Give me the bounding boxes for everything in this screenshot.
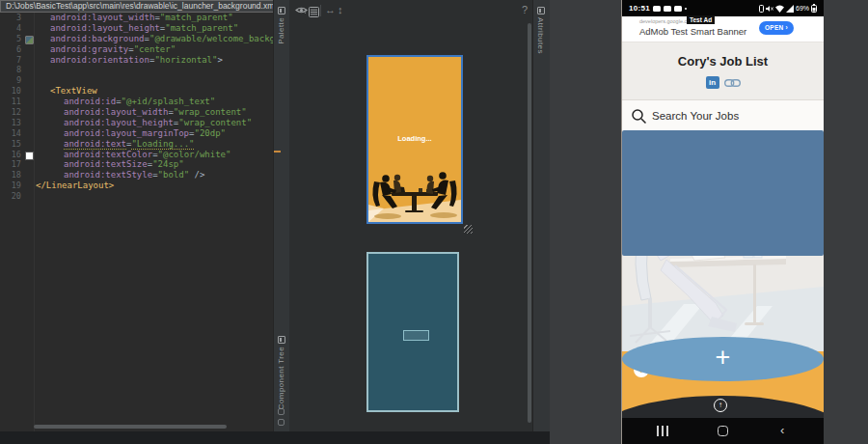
xml-code-editor[interactable]: 3android:layout_width="match_parent"4and…	[0, 0, 273, 431]
palette-tab[interactable]: Palette	[277, 4, 285, 44]
code-token: android:layout_width	[64, 107, 168, 117]
swap-horizontal-icon[interactable]: ↔	[325, 3, 336, 16]
search-icon	[631, 108, 647, 125]
code-line[interactable]: 5android:background="@drawable/welcome_b…	[0, 34, 273, 44]
line-number: 13	[0, 118, 25, 128]
search-bar[interactable]: Search Your Jobs	[622, 99, 824, 133]
mute-icon	[766, 5, 773, 13]
code-line[interactable]: 13android:layout_height="wrap_content"	[0, 118, 273, 128]
code-token: "@color/white"	[158, 150, 231, 159]
code-token: android:textColor	[64, 150, 152, 159]
gutter	[25, 159, 34, 170]
file-path-tooltip: D:\Jobs\BasicTest\app\src\main\res\drawa…	[0, 0, 273, 13]
gutter	[25, 139, 34, 150]
code-line[interactable]: 18android:textStyle="bold" />	[0, 170, 273, 180]
right-tool-strip	[532, 0, 550, 431]
code-line[interactable]: 15android:text="Loading..."	[0, 139, 273, 150]
code-token: android:textSize	[64, 159, 148, 169]
signal-icon	[786, 5, 794, 13]
line-number: 5	[0, 34, 25, 44]
editor-horizontal-scrollbar[interactable]	[34, 425, 227, 429]
preview-resize-handle[interactable]	[464, 225, 473, 234]
code-token: android:layout_height	[64, 118, 174, 127]
recents-button[interactable]	[657, 426, 668, 436]
code-line[interactable]: 11android:id="@+id/splash_text"	[0, 97, 273, 107]
code-token: "@+id/splash_text"	[122, 97, 216, 106]
code-line[interactable]: 19</LinearLayout>	[0, 180, 273, 191]
code-token: "wrap_content"	[174, 107, 247, 117]
line-number: 6	[0, 44, 25, 55]
warning-stripe-mark[interactable]	[274, 151, 281, 153]
line-number: 17	[0, 159, 25, 170]
help-icon[interactable]: ?	[522, 3, 528, 16]
code-token: "bold"	[158, 170, 190, 180]
swipe-up-icon[interactable]: ↑	[714, 399, 727, 412]
blueprint-textview-outline[interactable]	[403, 330, 429, 341]
gutter	[25, 13, 34, 23]
code-lines: 3android:layout_width="match_parent"4and…	[0, 0, 273, 202]
component-tree-icon	[278, 336, 285, 344]
add-job-fab[interactable]: +	[622, 337, 824, 381]
gutter	[25, 75, 34, 86]
phone-mirror-window: 10:51 69% developers.google.com Test Ad …	[621, 0, 824, 444]
line-number: 11	[0, 97, 25, 107]
code-token: "wrap_content"	[178, 118, 252, 127]
line-number: 12	[0, 107, 25, 118]
gutter	[25, 107, 34, 118]
search-placeholder: Search Your Jobs	[652, 110, 739, 122]
screen: 3android:layout_width="match_parent"4and…	[0, 0, 868, 444]
gutter	[25, 128, 34, 139]
code-line[interactable]: 6android:gravity="center"	[0, 44, 273, 55]
code-line[interactable]: 14android:layout_marginTop="20dp"	[0, 128, 273, 139]
notification-more-dot	[685, 8, 687, 10]
code-line[interactable]: 9	[0, 75, 273, 86]
toolbar-divider	[320, 5, 321, 16]
notification-icon	[653, 6, 661, 12]
drawable-gutter-icon	[25, 34, 34, 44]
code-line[interactable]: 20	[0, 191, 273, 202]
attributes-tab[interactable]: Attributes	[536, 4, 545, 54]
line-number: 20	[0, 191, 25, 202]
line-number: 3	[0, 13, 25, 23]
line-number: 15	[0, 139, 25, 150]
line-number: 10	[0, 86, 25, 97]
code-line[interactable]: 3android:layout_width="match_parent"	[0, 13, 273, 23]
swap-vertical-icon[interactable]: ↕	[338, 3, 343, 16]
link-icon[interactable]	[278, 408, 285, 415]
link-chain-icon[interactable]	[724, 78, 741, 88]
view-mode-eye-icon[interactable]	[295, 3, 308, 20]
linkedin-icon[interactable]: in	[706, 76, 719, 89]
code-line[interactable]: 12android:layout_width="wrap_content"	[0, 107, 273, 118]
test-ad-badge: Test Ad	[687, 15, 715, 24]
ad-open-button[interactable]: OPEN ›	[759, 21, 794, 35]
line-number: 16	[0, 150, 25, 160]
code-token: android:gravity	[50, 44, 128, 54]
notification-icon	[664, 6, 671, 12]
admob-banner[interactable]: developers.google.com Test Ad AdMob Test…	[622, 16, 824, 42]
line-number: 18	[0, 170, 25, 180]
code-line[interactable]: 4android:layout_height="match_parent"	[0, 23, 273, 34]
code-token: </LinearLayout>	[36, 180, 114, 190]
preview-vertical-scrollbar[interactable]	[528, 23, 531, 423]
code-line[interactable]: 10<TextView	[0, 86, 273, 97]
design-preview-splash[interactable]: Loading...	[366, 55, 463, 224]
component-tree-tab[interactable]: Component Tree	[277, 333, 285, 409]
code-line[interactable]: 8	[0, 65, 273, 75]
code-line[interactable]: 16android:textColor="@color/white"	[0, 150, 273, 160]
filter-icon[interactable]	[278, 419, 285, 426]
code-token: "24sp"	[152, 159, 184, 169]
list-view-icon[interactable]	[309, 4, 319, 21]
code-line[interactable]: 7android:orientation="horizontal">	[0, 55, 273, 66]
battery-percent: 69%	[796, 5, 809, 12]
blueprint-preview[interactable]	[366, 252, 459, 412]
back-button[interactable]: ‹	[780, 423, 784, 437]
notification-icon	[674, 6, 682, 12]
app-scrollbar[interactable]	[622, 130, 824, 256]
code-token: android:layout_height	[50, 23, 160, 33]
code-token: >	[217, 55, 222, 65]
battery-icon	[811, 4, 817, 13]
home-button[interactable]	[718, 426, 728, 436]
code-line[interactable]: 17android:textSize="24sp"	[0, 159, 273, 170]
android-status-bar: 10:51 69%	[622, 0, 824, 16]
line-number: 8	[0, 65, 25, 75]
